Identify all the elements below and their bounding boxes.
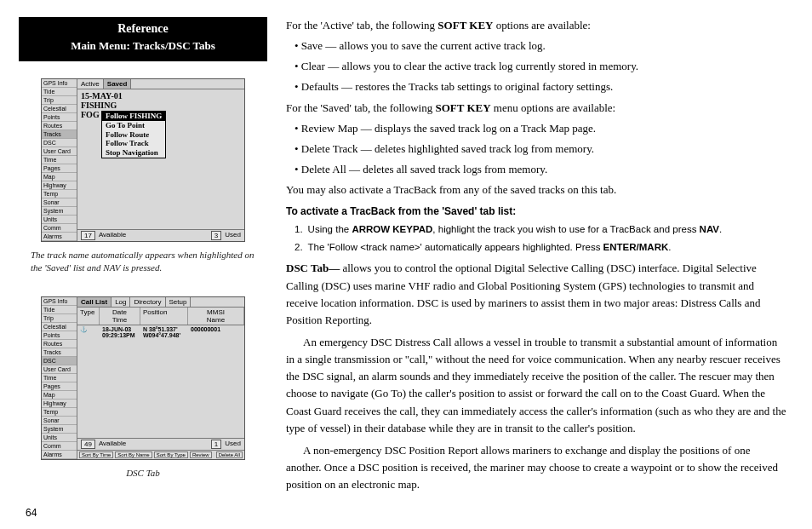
step-2: 2.The 'Follow <track name>' automaticall… bbox=[294, 240, 788, 256]
fig2-row-time: 09:29:13PM bbox=[102, 332, 138, 338]
fig1-tab: Alarms bbox=[42, 233, 77, 241]
bullet-deleteall: • Delete All — deletes all saved track l… bbox=[294, 161, 788, 178]
fig1-track: 15-MAY-01 bbox=[81, 91, 241, 101]
figure1-caption: The track name automatically appears whe… bbox=[31, 249, 255, 274]
fig1-tab: Trip bbox=[42, 96, 77, 105]
fig1-tab: Tide bbox=[42, 88, 77, 96]
fig2-tab: Units bbox=[42, 434, 77, 442]
fig1-tab: Units bbox=[42, 216, 77, 224]
fig1-track: FOG bbox=[81, 110, 100, 119]
fig2-avail-label: Available bbox=[99, 440, 126, 449]
left-column: Reference Main Menu: Tracks/DSC Tabs GPS… bbox=[24, 17, 262, 520]
fig2-btn: Review bbox=[190, 451, 212, 458]
fig1-tab: Sonar bbox=[42, 198, 77, 207]
para-saved-intro: For the 'Saved' tab, the following SOFT … bbox=[286, 100, 788, 117]
bullet-save: • Save — allows you to save the current … bbox=[294, 37, 788, 55]
fig2-tab: Alarms bbox=[42, 451, 77, 459]
fig2-tab: Map bbox=[42, 391, 77, 400]
fig2-tab: Tide bbox=[42, 306, 77, 314]
fig2-tab: GPS Info bbox=[42, 297, 77, 306]
fig1-tab: Pages bbox=[42, 164, 77, 173]
fig1-avail-label: Available bbox=[99, 231, 126, 240]
step-1: 1.Using the ARROW KEYPAD, highlight the … bbox=[294, 222, 788, 238]
fig1-tab: Time bbox=[42, 156, 77, 164]
fig2-tab: Sonar bbox=[42, 417, 77, 425]
header-subtitle: Main Menu: Tracks/DSC Tabs bbox=[22, 39, 264, 53]
fig2-tab: Pages bbox=[42, 382, 77, 391]
fig1-subtab-saved: Saved bbox=[104, 79, 132, 89]
bullet-reviewmap: • Review Map — displays the saved track … bbox=[294, 120, 788, 137]
fig1-tab: Points bbox=[42, 113, 77, 122]
fig1-menu-item: Follow FISHING bbox=[102, 112, 165, 121]
fig1-tab-selected: Tracks bbox=[42, 130, 77, 139]
fig1-tab: Celestial bbox=[42, 105, 77, 113]
anchor-icon: ⚓ bbox=[77, 326, 100, 338]
fig2-used-count: 1 bbox=[211, 440, 221, 449]
fig2-btn: Delete All bbox=[216, 451, 243, 458]
fig2-tab: Routes bbox=[42, 340, 77, 348]
fig1-menu-item: Follow Track bbox=[102, 139, 165, 148]
fig2-subtab: Directory bbox=[130, 297, 165, 307]
fig1-subtab-active: Active bbox=[77, 79, 104, 89]
fig2-row-pos1: N 38°51.337' bbox=[143, 326, 186, 332]
fig2-subtab: Call List bbox=[77, 297, 112, 307]
fig2-tab: Trip bbox=[42, 314, 77, 323]
fig1-menu-item: Follow Route bbox=[102, 130, 165, 140]
fig1-tab: Comm bbox=[42, 224, 77, 233]
fig1-avail-count: 17 bbox=[81, 231, 95, 240]
fig2-col-mmsi: MMSI bbox=[191, 308, 241, 316]
fig1-tab: Routes bbox=[42, 122, 77, 130]
fig2-used-label: Used bbox=[225, 440, 241, 449]
fig2-col-time: Time bbox=[102, 316, 137, 324]
fig2-tab: Points bbox=[42, 331, 77, 340]
fig2-tab: System bbox=[42, 425, 77, 434]
fig2-tab: Tracks bbox=[42, 348, 77, 357]
fig1-tab: GPS Info bbox=[42, 79, 77, 88]
fig2-tab: Time bbox=[42, 374, 77, 382]
para-emergency: An emergency DSC Distress Call allows a … bbox=[286, 334, 788, 437]
fig1-tab: Highway bbox=[42, 181, 77, 190]
fig2-col-position: Position bbox=[140, 308, 188, 325]
fig1-sidebar: GPS Info Tide Trip Celestial Points Rout… bbox=[42, 79, 77, 241]
fig1-tab: Map bbox=[42, 173, 77, 181]
fig1-tab: System bbox=[42, 207, 77, 216]
subhead-tracback: To activate a TracBack from the 'Saved' … bbox=[286, 204, 788, 220]
bullet-deletetrack: • Delete Track — deletes highlighted sav… bbox=[294, 141, 788, 158]
fig2-col-date: Date bbox=[102, 308, 137, 316]
fig2-btn: Sort By Name bbox=[115, 451, 152, 458]
fig2-row-date: 18-JUN-03 bbox=[102, 326, 138, 332]
section-header: Reference Main Menu: Tracks/DSC Tabs bbox=[19, 17, 267, 61]
fig2-col-type: Type bbox=[77, 308, 100, 325]
fig1-menu-item: Stop Navigation bbox=[102, 148, 165, 158]
para-active-intro: For the 'Active' tab, the following SOFT… bbox=[286, 17, 788, 34]
fig1-tab: DSC bbox=[42, 139, 77, 147]
bullet-clear: • Clear — allows you to clear the active… bbox=[294, 58, 788, 75]
fig2-subtab: Log bbox=[112, 297, 130, 307]
fig1-used-count: 3 bbox=[211, 231, 221, 240]
fig2-tab-selected: DSC bbox=[42, 357, 77, 365]
para-dsc-tab: DSC Tab— allows you to control the optio… bbox=[286, 260, 788, 329]
fig2-btn: Sort By Time bbox=[79, 451, 113, 458]
fig1-used-label: Used bbox=[225, 231, 241, 240]
fig1-nav-menu: Follow FISHING Go To Point Follow Route … bbox=[101, 111, 166, 158]
fig1-tab: Temp bbox=[42, 190, 77, 198]
fig2-tab: Temp bbox=[42, 408, 77, 417]
fig1-menu-item: Go To Point bbox=[102, 121, 165, 130]
fig2-tab: Highway bbox=[42, 400, 77, 408]
figure-tracks-tab: GPS Info Tide Trip Celestial Points Rout… bbox=[41, 78, 245, 242]
page-number: 64 bbox=[26, 507, 37, 519]
fig2-avail-count: 49 bbox=[81, 440, 95, 449]
fig1-tab: User Card bbox=[42, 147, 77, 156]
fig2-btn: Sort By Type bbox=[154, 451, 188, 458]
fig2-tab: Celestial bbox=[42, 323, 77, 331]
bullet-defaults: • Defaults — restores the Tracks tab set… bbox=[294, 78, 788, 95]
figure2-caption: DSC Tab bbox=[31, 467, 255, 480]
fig2-subtab: Setup bbox=[166, 297, 192, 307]
fig2-col-name: Name bbox=[191, 316, 241, 324]
fig2-tab: User Card bbox=[42, 365, 77, 374]
fig1-track: FISHING bbox=[81, 101, 241, 110]
fig2-sidebar: GPS Info Tide Trip Celestial Points Rout… bbox=[42, 297, 77, 459]
fig2-row-mmsi: 000000001 bbox=[188, 326, 244, 338]
fig2-row-pos2: W094°47.948' bbox=[143, 332, 186, 338]
para-nonemergency: A non-emergency DSC Position Report allo… bbox=[286, 442, 788, 493]
